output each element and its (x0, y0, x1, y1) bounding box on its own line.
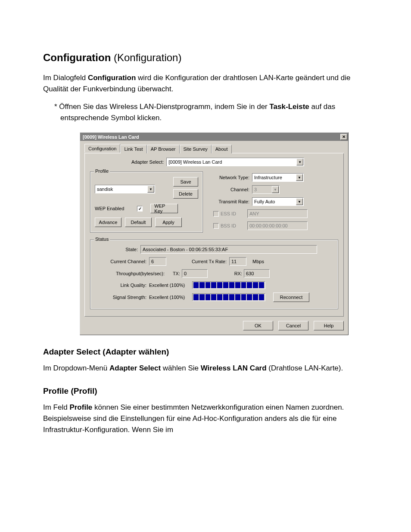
tx-label: TX: (167, 271, 180, 276)
profile-heading: Profile (Profil) (43, 386, 368, 396)
rx-label: RX: (208, 271, 242, 276)
tab-link-test[interactable]: Link Test (120, 145, 146, 153)
tab-panel-configuration: Adapter Select: [0009] Wireless Lan Card… (84, 153, 344, 317)
tx-field: 0 (182, 269, 208, 278)
dialog-title: [0009] Wireless Lan Card (83, 134, 139, 140)
tab-bar: Configuration Link Test AP Browser Site … (84, 144, 344, 153)
chevron-down-icon[interactable]: ▼ (147, 186, 154, 193)
current-tx-rate-field: 11 (229, 257, 246, 266)
profile-dropdown[interactable]: sandisk ▼ (95, 185, 155, 193)
adapter-select-paragraph: Im Dropdown-Menü Adapter Select wählen S… (43, 363, 368, 374)
transmit-rate-dropdown[interactable]: Fully Auto ▼ (252, 197, 304, 206)
signal-strength-label: Signal Strength: (95, 295, 146, 300)
page-title: Configuration (Konfiguration) (43, 52, 368, 64)
network-type-dropdown[interactable]: Infrastructure ▼ (252, 173, 304, 182)
profile-legend: Profile (94, 168, 110, 174)
chevron-down-icon: ▼ (272, 186, 279, 193)
adapter-select-label: Adapter Select: (131, 159, 164, 165)
save-button[interactable]: Save (173, 177, 198, 187)
link-quality-label: Link Quality: (95, 283, 146, 288)
ess-id-checkbox (213, 211, 219, 217)
apply-button[interactable]: Apply (155, 218, 182, 227)
mbps-label: Mbps (252, 259, 264, 264)
tab-configuration[interactable]: Configuration (84, 144, 120, 152)
rx-field: 630 (244, 269, 270, 278)
bss-id-label: BSS ID (221, 223, 245, 228)
bss-id-checkbox (213, 223, 219, 229)
throughput-label: Throughput(bytes/sec): (95, 271, 165, 276)
title-bold: Configuration (43, 52, 111, 63)
cancel-button[interactable]: Cancel (278, 321, 308, 330)
signal-strength-bar (192, 293, 265, 301)
transmit-rate-label: Transmit Rate: (211, 199, 249, 204)
link-quality-bar (192, 281, 265, 289)
help-button[interactable]: Help (314, 321, 344, 330)
current-tx-rate-label: Current Tx Rate: (166, 259, 227, 264)
delete-button[interactable]: Delete (173, 189, 198, 199)
link-quality-value: Excellent (100%) (149, 283, 192, 288)
reconnect-button[interactable]: Reconnect (273, 292, 309, 302)
current-channel-field: 6 (149, 257, 166, 266)
default-button[interactable]: Default (125, 218, 152, 227)
state-field: Associated - Boston - 00:06:25:55:33:AF (140, 245, 317, 254)
adapter-select-dropdown[interactable]: [0009] Wireless Lan Card ▼ (166, 158, 304, 166)
state-label: State: (95, 247, 138, 252)
dialog-titlebar: [0009] Wireless Lan Card ✕ (80, 133, 348, 141)
wep-enabled-checkbox[interactable]: ✓ (137, 206, 143, 212)
network-type-label: Network Type: (211, 175, 249, 180)
channel-dropdown: 3 ▼ (252, 185, 280, 194)
close-button[interactable]: ✕ (340, 134, 347, 140)
ess-id-label: ESS ID (221, 211, 245, 216)
wireless-config-dialog: [0009] Wireless Lan Card ✕ Configuration… (80, 132, 349, 335)
tab-ap-browser[interactable]: AP Browser (147, 145, 180, 153)
adapter-select-heading: Adapter Select (Adapter wählen) (43, 347, 368, 357)
intro-paragraph: Im Dialogfeld Configuration wird die Kon… (43, 72, 368, 95)
title-rest: (Konfiguration) (111, 52, 181, 63)
status-legend: Status (94, 236, 110, 242)
channel-label: Channel: (211, 187, 249, 192)
bss-id-field: 00:00:00:00:00:00 (247, 221, 308, 230)
ess-id-field: ANY (247, 209, 308, 218)
current-channel-label: Current Channel: (95, 259, 146, 264)
signal-strength-value: Excellent (100%) (149, 295, 192, 300)
ok-button[interactable]: OK (243, 321, 273, 330)
bullet-paragraph: * Öffnen Sie das Wireless LAN-Dienstprog… (43, 101, 368, 124)
chevron-down-icon[interactable]: ▼ (296, 159, 303, 165)
tab-site-survey[interactable]: Site Survey (180, 145, 212, 153)
profile-paragraph: Im Feld Profile können Sie einer bestimm… (43, 402, 368, 436)
wep-enabled-label: WEP Enabled (95, 206, 124, 211)
advance-button[interactable]: Advance (95, 218, 121, 227)
wep-key-button[interactable]: WEP Key (150, 204, 178, 213)
chevron-down-icon[interactable]: ▼ (296, 174, 303, 181)
tab-about[interactable]: About (212, 145, 232, 153)
chevron-down-icon[interactable]: ▼ (296, 198, 303, 205)
